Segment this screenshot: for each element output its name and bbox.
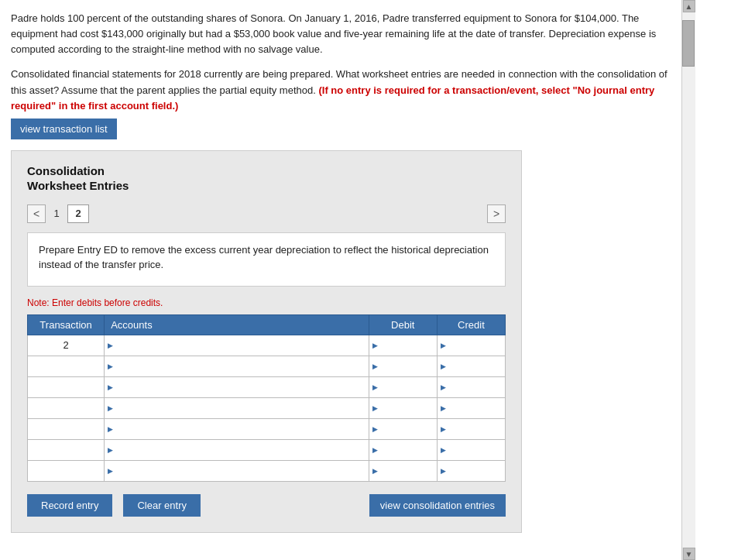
- table-row: [28, 460, 506, 481]
- col-transaction: Transaction: [28, 314, 105, 335]
- transaction-cell: [28, 376, 105, 397]
- account-input[interactable]: [116, 440, 369, 460]
- credit-input-cell[interactable]: [437, 439, 505, 460]
- debit-input[interactable]: [379, 440, 437, 460]
- transaction-cell: 2: [28, 335, 105, 356]
- scrollbar-track[interactable]: [682, 12, 695, 548]
- instruction-text: Prepare Entry ED to remove the excess cu…: [39, 244, 489, 271]
- col-debit: Debit: [369, 314, 437, 335]
- note-text: Note: Enter debits before credits.: [27, 297, 506, 308]
- credit-input[interactable]: [448, 419, 505, 439]
- nav-row: < 1 2 >: [27, 204, 506, 223]
- prev-page-button[interactable]: <: [27, 204, 46, 223]
- credit-input-cell[interactable]: [437, 460, 505, 481]
- transaction-cell: [28, 460, 105, 481]
- account-input-cell[interactable]: [105, 356, 369, 376]
- entry-table: Transaction Accounts Debit Credit: [27, 314, 506, 482]
- scroll-up-arrow[interactable]: ▲: [683, 0, 695, 12]
- debit-input[interactable]: [379, 335, 437, 356]
- scrollbar-thumb[interactable]: [682, 20, 695, 67]
- col-credit: Credit: [437, 314, 505, 335]
- intro-paragraph-1: Padre holds 100 percent of the outstandi…: [11, 11, 669, 57]
- scrollbar: ▲ ▼: [681, 0, 695, 560]
- debit-input-cell[interactable]: [369, 376, 437, 397]
- credit-input[interactable]: [448, 356, 505, 376]
- table-row: 2: [28, 335, 506, 356]
- consolidation-panel: Consolidation Worksheet Entries < 1 2 > …: [11, 150, 522, 533]
- debit-input-cell[interactable]: [369, 460, 437, 481]
- debit-input[interactable]: [379, 419, 437, 439]
- clear-entry-button[interactable]: Clear entry: [123, 494, 201, 517]
- table-row: [28, 356, 506, 376]
- credit-input-cell[interactable]: [437, 397, 505, 418]
- debit-input[interactable]: [379, 377, 437, 397]
- debit-input-cell[interactable]: [369, 418, 437, 439]
- account-input-cell[interactable]: [105, 335, 369, 356]
- account-input-cell[interactable]: [105, 397, 369, 418]
- credit-input[interactable]: [448, 461, 505, 481]
- debit-input[interactable]: [379, 461, 437, 481]
- table-row: [28, 397, 506, 418]
- view-consolidation-entries-button[interactable]: view consolidation entries: [369, 494, 506, 517]
- account-input[interactable]: [116, 335, 369, 356]
- account-input[interactable]: [116, 419, 369, 439]
- credit-input-cell[interactable]: [437, 335, 505, 356]
- account-input-cell[interactable]: [105, 418, 369, 439]
- credit-input-cell[interactable]: [437, 356, 505, 376]
- debit-input-cell[interactable]: [369, 397, 437, 418]
- next-page-button[interactable]: >: [487, 204, 506, 223]
- table-row: [28, 439, 506, 460]
- account-input[interactable]: [116, 398, 369, 418]
- page-1-button[interactable]: 1: [46, 204, 67, 223]
- credit-input[interactable]: [448, 377, 505, 397]
- account-input-cell[interactable]: [105, 460, 369, 481]
- account-input[interactable]: [116, 356, 369, 376]
- account-input[interactable]: [116, 377, 369, 397]
- col-accounts: Accounts: [105, 314, 369, 335]
- button-row: Record entry Clear entry view consolidat…: [27, 494, 506, 517]
- credit-input[interactable]: [448, 398, 505, 418]
- transaction-cell: [28, 397, 105, 418]
- panel-title: Consolidation Worksheet Entries: [27, 163, 506, 194]
- credit-input[interactable]: [448, 335, 505, 356]
- credit-input[interactable]: [448, 440, 505, 460]
- credit-input-cell[interactable]: [437, 376, 505, 397]
- page-2-button[interactable]: 2: [67, 204, 89, 223]
- debit-input-cell[interactable]: [369, 356, 437, 376]
- debit-input[interactable]: [379, 356, 437, 376]
- instruction-box: Prepare Entry ED to remove the excess cu…: [27, 232, 506, 287]
- scroll-down-arrow[interactable]: ▼: [683, 548, 695, 560]
- table-row: [28, 418, 506, 439]
- account-input-cell[interactable]: [105, 439, 369, 460]
- intro-paragraph-2: Consolidated financial statements for 20…: [11, 67, 669, 113]
- account-input-cell[interactable]: [105, 376, 369, 397]
- transaction-cell: [28, 439, 105, 460]
- transaction-cell: [28, 418, 105, 439]
- credit-input-cell[interactable]: [437, 418, 505, 439]
- debit-input-cell[interactable]: [369, 439, 437, 460]
- account-input[interactable]: [116, 461, 369, 481]
- debit-input[interactable]: [379, 398, 437, 418]
- transaction-cell: [28, 356, 105, 376]
- view-transaction-list-button[interactable]: view transaction list: [11, 119, 117, 139]
- debit-input-cell[interactable]: [369, 335, 437, 356]
- table-row: [28, 376, 506, 397]
- record-entry-button[interactable]: Record entry: [27, 494, 112, 517]
